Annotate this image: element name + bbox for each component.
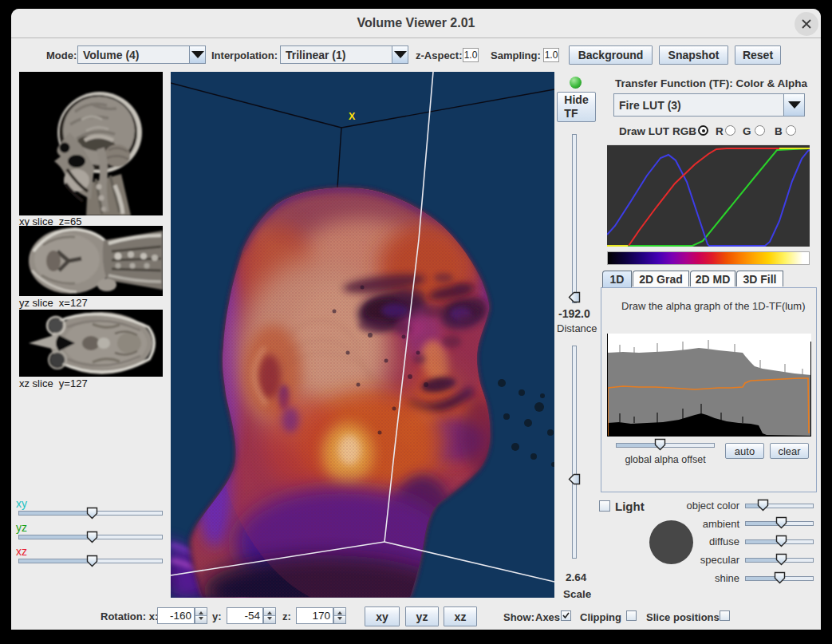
svg-text:X: X (349, 111, 356, 122)
